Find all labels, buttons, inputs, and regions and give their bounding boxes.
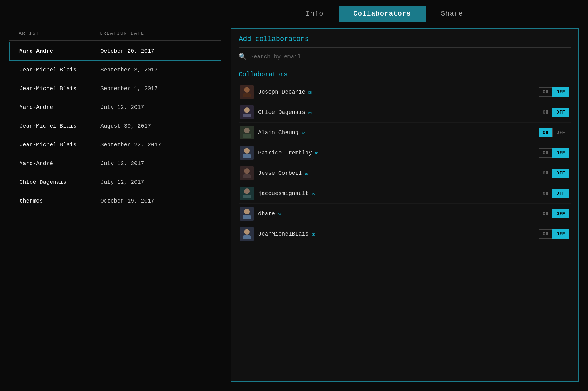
email-icon[interactable]: ✉ [305, 170, 308, 177]
toggle-group: ON OFF [539, 128, 569, 137]
tab-share[interactable]: Share [426, 6, 478, 22]
avatar [240, 207, 254, 221]
toggle-on-button[interactable]: ON [539, 108, 552, 117]
toggle-on-button[interactable]: ON [539, 189, 552, 198]
artist-header: ARTIST [19, 31, 100, 36]
list-row[interactable]: Jean-Michel Blais August 30, 2017 [9, 117, 221, 135]
list-rows: Marc-André October 20, 2017 Jean-Michel … [9, 42, 221, 210]
email-icon[interactable]: ✉ [312, 231, 315, 237]
tabs-bar: Info Collaborators Share [0, 0, 588, 22]
toggle-off-button[interactable]: OFF [552, 229, 569, 239]
email-icon[interactable]: ✉ [308, 109, 312, 116]
avatar [240, 187, 254, 200]
row-artist-name: Jean-Michel Blais [19, 123, 100, 129]
search-input[interactable] [250, 54, 571, 60]
add-collaborators-title: Add collaborators [239, 35, 571, 48]
tab-collaborators[interactable]: Collaborators [339, 6, 426, 22]
toggle-on-button[interactable]: ON [539, 229, 552, 239]
row-date: October 20, 2017 [100, 48, 218, 54]
toggle-on-button[interactable]: ON [539, 169, 552, 178]
avatar [240, 227, 254, 241]
collaborator-row: Jesse Corbeil ✉ ON OFF [239, 163, 571, 183]
avatar [240, 85, 254, 99]
avatar [240, 105, 254, 119]
collaborator-row: jacquesmignault ✉ ON OFF [239, 183, 571, 204]
list-row[interactable]: Marc-André July 12, 2017 [9, 98, 221, 117]
list-row[interactable]: Marc-André October 20, 2017 [9, 42, 221, 61]
row-date: September 1, 2017 [100, 86, 218, 92]
collaborator-name: Patrice Tremblay ✉ [258, 149, 534, 156]
email-icon[interactable]: ✉ [312, 190, 315, 197]
toggle-off-button[interactable]: OFF [552, 87, 569, 97]
email-icon[interactable]: ✉ [302, 129, 305, 136]
email-icon[interactable]: ✉ [278, 210, 282, 217]
avatar [240, 166, 254, 180]
toggle-group: ON OFF [539, 169, 569, 178]
toggle-off-button[interactable]: OFF [552, 108, 569, 117]
collaborators-list: Joseph Decarie ✉ ON OFF Chloe Dagenais ✉… [239, 82, 571, 375]
email-icon[interactable]: ✉ [308, 89, 312, 95]
row-artist-name: Jean-Michel Blais [19, 86, 100, 92]
collaborator-row: Patrice Tremblay ✉ ON OFF [239, 143, 571, 163]
row-date: October 19, 2017 [100, 198, 218, 204]
toggle-off-button[interactable]: OFF [552, 189, 569, 198]
main-content: ARTIST CREATION DATE Marc-André October … [0, 22, 588, 391]
collaborator-name: JeanMichelBlais ✉ [258, 231, 534, 237]
row-artist-name: Jean-Michel Blais [19, 67, 100, 73]
row-date: July 12, 2017 [100, 104, 218, 110]
list-divider [9, 40, 221, 41]
collaborator-row: Joseph Decarie ✉ ON OFF [239, 82, 571, 102]
avatar [240, 146, 254, 160]
date-header: CREATION DATE [100, 31, 221, 36]
collaborator-row: Chloe Dagenais ✉ ON OFF [239, 102, 571, 123]
list-row[interactable]: Chloé Dagenais July 12, 2017 [9, 173, 221, 192]
row-artist-name: Marc-André [19, 160, 100, 167]
list-header: ARTIST CREATION DATE [9, 28, 221, 40]
collaborators-section-title: Collaborators [239, 66, 571, 82]
toggle-on-button[interactable]: ON [539, 128, 552, 137]
row-artist-name: Chloé Dagenais [19, 179, 100, 185]
list-row[interactable]: Jean-Michel Blais September 1, 2017 [9, 79, 221, 98]
row-artist-name: thermos [19, 198, 100, 204]
row-artist-name: Jean-Michel Blais [19, 142, 100, 148]
collaborator-name: Alain Cheung ✉ [258, 129, 534, 136]
row-date: July 12, 2017 [100, 179, 218, 185]
row-artist-name: Marc-André [19, 104, 100, 110]
list-row[interactable]: Marc-André July 12, 2017 [9, 154, 221, 173]
toggle-off-button[interactable]: OFF [552, 128, 569, 137]
collaborator-name: dbate ✉ [258, 210, 534, 217]
row-date: September 3, 2017 [100, 67, 218, 73]
collaborator-name: Joseph Decarie ✉ [258, 89, 534, 95]
email-icon[interactable]: ✉ [315, 149, 319, 156]
collaborator-row: dbate ✉ ON OFF [239, 204, 571, 224]
tab-info[interactable]: Info [291, 6, 339, 22]
list-row[interactable]: Jean-Michel Blais September 22, 2017 [9, 135, 221, 154]
row-artist-name: Marc-André [19, 48, 100, 54]
collaborator-name: Chloe Dagenais ✉ [258, 109, 534, 116]
toggle-on-button[interactable]: ON [539, 148, 552, 158]
list-panel: ARTIST CREATION DATE Marc-André October … [9, 28, 221, 382]
avatar [240, 126, 254, 139]
row-date: July 12, 2017 [100, 160, 218, 167]
right-panel: Add collaborators 🔍 Collaborators Joseph… [231, 28, 579, 382]
list-row[interactable]: thermos October 19, 2017 [9, 192, 221, 210]
toggle-group: ON OFF [539, 189, 569, 198]
collaborator-name: Jesse Corbeil ✉ [258, 170, 534, 177]
toggle-group: ON OFF [539, 148, 569, 158]
toggle-on-button[interactable]: ON [539, 209, 552, 218]
collaborator-row: Alain Cheung ✉ ON OFF [239, 123, 571, 143]
toggle-group: ON OFF [539, 87, 569, 97]
toggle-on-button[interactable]: ON [539, 87, 552, 97]
collaborator-row: JeanMichelBlais ✉ ON OFF [239, 224, 571, 244]
toggle-off-button[interactable]: OFF [552, 169, 569, 178]
list-row[interactable]: Jean-Michel Blais September 3, 2017 [9, 61, 221, 79]
search-icon: 🔍 [239, 53, 247, 61]
toggle-off-button[interactable]: OFF [552, 209, 569, 218]
toggle-group: ON OFF [539, 229, 569, 239]
row-date: September 22, 2017 [100, 142, 218, 148]
search-row: 🔍 [239, 48, 571, 66]
collaborator-name: jacquesmignault ✉ [258, 190, 534, 197]
toggle-off-button[interactable]: OFF [552, 148, 569, 158]
toggle-group: ON OFF [539, 209, 569, 218]
toggle-group: ON OFF [539, 108, 569, 117]
